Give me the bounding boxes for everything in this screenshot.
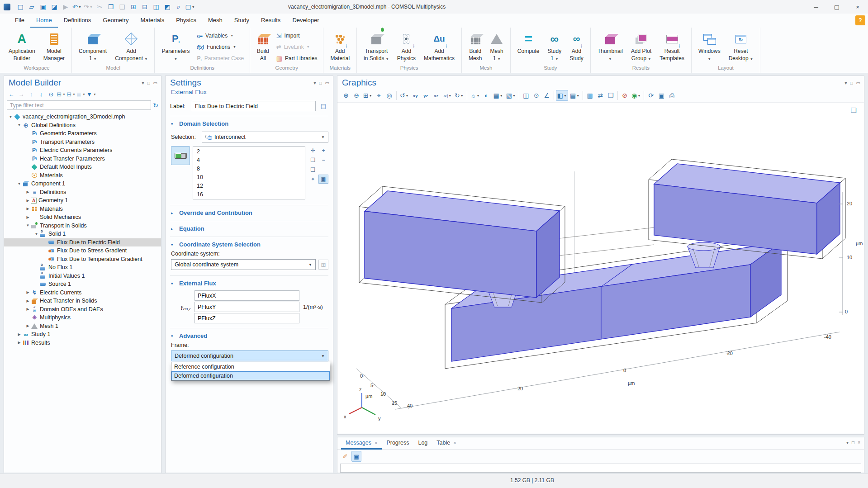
add-component-button[interactable]: AddComponent ▼ — [111, 30, 151, 64]
flux-component-input[interactable] — [194, 313, 299, 323]
add-material-button[interactable]: ↓AddMaterial — [327, 30, 353, 64]
active-toggle-button[interactable] — [171, 146, 190, 165]
tree-item[interactable]: ▶↯Electric Currents — [4, 289, 161, 297]
reset-desktop-button[interactable]: ↻ResetDesktop ▼ — [725, 30, 757, 64]
zoom-to-selection-icon[interactable]: ◎ — [384, 90, 394, 101]
menu-mesh[interactable]: Mesh — [202, 14, 228, 28]
help-button[interactable]: ? — [855, 15, 865, 25]
sync-views-icon[interactable]: ⇄ — [595, 90, 605, 101]
tree-item[interactable]: No Flux 1 — [4, 263, 161, 272]
component-1-button[interactable]: Component1 ▼ — [75, 30, 110, 64]
close-button[interactable]: × — [847, 0, 868, 14]
build-mesh-button[interactable]: BuildMesh — [465, 30, 485, 64]
zoom-in-icon[interactable]: ⊕ — [341, 90, 351, 101]
zoom-box-icon[interactable]: ⊞▼ — [362, 90, 374, 101]
tree-item[interactable]: ▼⊕Global Definitions — [4, 121, 161, 130]
clear-selection-icon[interactable]: ◩ — [162, 1, 173, 12]
collapse-icon[interactable]: ▶ — [25, 324, 31, 328]
save-icon[interactable]: ▣ — [38, 1, 48, 12]
refresh-icon[interactable]: ↻ — [153, 102, 158, 109]
tree-item[interactable]: Initial Values 1 — [4, 272, 161, 280]
duplicate-icon[interactable]: ⊞ — [128, 1, 139, 12]
scene-light-icon[interactable]: ☼▼ — [469, 90, 481, 101]
run-icon[interactable]: ▶ — [60, 1, 71, 12]
snapshot-icon[interactable]: ▣ — [656, 90, 666, 101]
tree-item[interactable]: ▶Heat Transfer in Solids — [4, 297, 161, 305]
find-icon[interactable]: ⌕ — [173, 1, 184, 12]
cut-icon[interactable]: ✂ — [94, 1, 105, 12]
parameter-case-button[interactable]: PiParameter Case — [197, 54, 244, 63]
expand-icon[interactable]: ▼ — [16, 182, 22, 186]
functions-button[interactable]: f(x)Functions▼ — [197, 43, 244, 52]
tree-item[interactable]: PiTransport Parameters — [4, 138, 161, 147]
tree-item[interactable]: ▶Results — [4, 339, 161, 347]
print-icon[interactable]: ⎙ — [667, 90, 677, 101]
graphics-canvas[interactable]: ❏ — [337, 103, 864, 433]
view-yz-icon[interactable]: yz — [421, 90, 431, 101]
result-templates-button[interactable]: ↓ResultTemplates — [656, 30, 688, 64]
collapse-icon[interactable]: ▶ — [25, 199, 31, 203]
zoom-to-selection-icon[interactable]: ⌖ — [308, 175, 318, 184]
tree-item[interactable]: ▶AGeometry 1 — [4, 196, 161, 205]
move-up-icon[interactable]: ↑ — [27, 90, 36, 99]
collapse-all-icon[interactable]: ⊟▼ — [66, 90, 76, 99]
redo-icon[interactable]: ↷▼ — [83, 1, 94, 12]
float-panel-icon[interactable]: □ — [850, 81, 853, 85]
import-button[interactable]: ⇲Import — [276, 31, 318, 40]
collapse-icon[interactable]: ▶ — [25, 207, 31, 211]
menu-materials[interactable]: Materials — [134, 14, 170, 28]
expand-icon[interactable]: ▼ — [8, 115, 14, 119]
flux-component-input[interactable] — [194, 290, 299, 301]
transport-in-solids-button[interactable]: Transportin Solids ▼ — [360, 30, 393, 64]
frame-option[interactable]: Deformed configuration — [171, 371, 330, 380]
float-panel-icon[interactable]: □ — [852, 440, 854, 445]
float-panel-icon[interactable]: □ — [147, 81, 150, 85]
forward-icon[interactable]: → — [17, 90, 26, 99]
tree-item[interactable]: ▼Component 1 — [4, 180, 161, 188]
activate-selection-icon[interactable]: ▣ — [318, 175, 328, 184]
menu-geometry[interactable]: Geometry — [97, 14, 134, 28]
expand-all-icon[interactable]: ⊞▼ — [57, 90, 66, 99]
pin-panel-icon[interactable]: ▭ — [325, 81, 329, 85]
tree-item[interactable]: ▶Mesh 1 — [4, 322, 161, 331]
frame-option[interactable]: Reference configuration — [171, 362, 330, 371]
selection-color-icon[interactable]: ◉▼ — [630, 90, 642, 101]
menu-developer[interactable]: Developer — [286, 14, 325, 28]
variables-button[interactable]: a=Variables▼ — [197, 31, 244, 40]
tab-messages[interactable]: Messages× — [341, 440, 382, 450]
menu-physics[interactable]: Physics — [170, 14, 202, 28]
filter-icon[interactable]: ▼▼ — [86, 90, 96, 99]
frame-combobox[interactable]: Deformed configuration ▼ — [171, 351, 328, 361]
panel-menu-icon[interactable]: ▾ — [846, 440, 849, 445]
tree-item[interactable]: Source 1 — [4, 280, 161, 289]
close-panel-icon[interactable]: × — [858, 440, 860, 445]
tab-table[interactable]: Table× — [432, 440, 460, 450]
new-window-icon[interactable]: ❒ — [606, 90, 616, 101]
close-tab-icon[interactable]: × — [375, 440, 377, 445]
add-physics-button[interactable]: ↓AddPhysics — [394, 30, 419, 64]
model-tree-node-text-icon[interactable]: ≣▼ — [76, 90, 85, 99]
pin-panel-icon[interactable]: ▭ — [153, 81, 157, 85]
copy-selection-icon[interactable]: ❐ — [308, 156, 318, 165]
select-box-icon[interactable]: ◫ — [151, 1, 161, 12]
tree-item[interactable]: ▼Transport in Solids — [4, 222, 161, 230]
domain-selection-header[interactable]: ▾ Domain Selection — [170, 119, 328, 128]
menu-home[interactable]: Home — [30, 14, 58, 28]
menu-definitions[interactable]: Definitions — [58, 14, 97, 28]
external-flux-header[interactable]: ▾ External Flux — [170, 279, 328, 288]
clear-messages-icon[interactable]: ✐ — [340, 451, 350, 462]
panel-menu-icon[interactable]: ▾ — [844, 81, 847, 85]
build-all-button[interactable]: BuildAll — [253, 30, 273, 64]
mesh-1-button[interactable]: Mesh1 ▼ — [486, 30, 507, 64]
tree-item[interactable]: ▶ddtDomain ODEs and DAEs — [4, 305, 161, 314]
collapse-icon[interactable]: ▶ — [16, 341, 22, 345]
messages-output-field[interactable] — [340, 464, 861, 473]
comsol-app-icon[interactable] — [4, 4, 10, 10]
menu-study[interactable]: Study — [228, 14, 255, 28]
add-to-selection-icon[interactable]: + — [318, 146, 328, 155]
domain-list-item[interactable]: 12 — [193, 182, 305, 190]
collapse-icon[interactable]: ▶ — [25, 215, 31, 219]
create-selection-icon[interactable]: ✛ — [308, 146, 318, 155]
tree-item[interactable]: ▶Materials — [4, 205, 161, 213]
add-plot-group-button[interactable]: Add PlotGroup ▼ — [627, 30, 655, 64]
